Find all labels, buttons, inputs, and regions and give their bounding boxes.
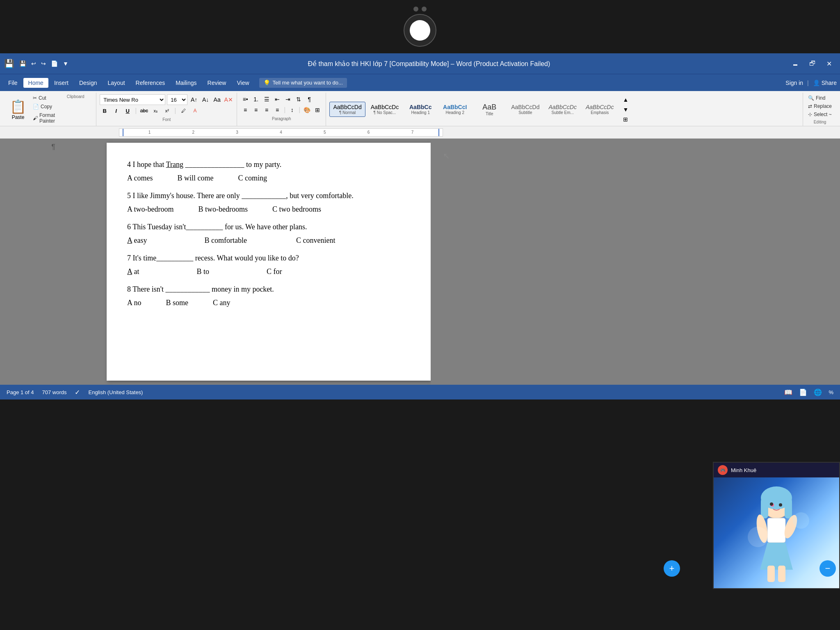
menu-layout[interactable]: Layout xyxy=(103,78,130,88)
font-size-select[interactable]: 16 xyxy=(167,94,187,105)
style-subtitle[interactable]: AaBbCcDd Subtitle xyxy=(507,102,543,117)
menu-mailings[interactable]: Mailings xyxy=(171,78,201,88)
sign-in-area: Sign in | 👤 Share xyxy=(785,80,837,86)
style-heading2[interactable]: AaBbCcI Heading 2 xyxy=(438,102,471,117)
find-label: Find xyxy=(816,95,825,101)
new-doc-btn[interactable]: 📄 xyxy=(49,59,59,68)
menu-home[interactable]: Home xyxy=(23,78,48,88)
question-4: 4 I hope that Trang ________________ to … xyxy=(127,159,410,184)
language[interactable]: English (United States) xyxy=(88,389,143,395)
q8-option-c: C any xyxy=(213,297,231,308)
subscript-btn[interactable]: x₂ xyxy=(151,106,160,116)
spelling-check-icon[interactable]: ✓ xyxy=(75,388,80,396)
document-area: ¶ 4 I hope that Trang ________________ t… xyxy=(0,139,840,385)
window-title: Đề tham khảo thi HKI lớp 7 [Compatibilit… xyxy=(70,60,788,68)
justify-btn[interactable]: ≡ xyxy=(272,105,282,115)
style-no-spacing-preview: AaBbCcDc xyxy=(371,104,399,110)
style-title-preview: AaB xyxy=(482,103,496,112)
menu-review[interactable]: Review xyxy=(203,78,231,88)
sort-btn[interactable]: ⇅ xyxy=(294,94,304,104)
replace-button[interactable]: ⇄ Replace xyxy=(806,103,833,110)
view-layout-btn[interactable]: 📄 xyxy=(799,388,807,396)
copy-button[interactable]: 📄 Copy xyxy=(31,103,57,110)
paragraph-group: ≡• 1. ☰ ⇤ ⇥ ⇅ ¶ ≡ ≡ ≡ ≡ | ↕ | 🎨 ⊞ Paragr… xyxy=(237,93,326,126)
align-left-btn[interactable]: ≡ xyxy=(240,105,250,115)
numbering-btn[interactable]: 1. xyxy=(251,94,261,104)
clear-formatting-btn[interactable]: A✕ xyxy=(224,95,233,105)
style-title[interactable]: AaB Title xyxy=(473,101,506,118)
paste-button[interactable]: 📋 Paste xyxy=(7,94,30,125)
styles-scroll-down[interactable]: ▼ xyxy=(621,105,630,114)
bold-button[interactable]: B xyxy=(100,106,110,116)
line-spacing-btn[interactable]: ↕ xyxy=(287,105,297,115)
cortana-button[interactable] xyxy=(404,14,436,47)
zoom-in-button[interactable]: + xyxy=(664,560,680,577)
view-web-btn[interactable]: 🌐 xyxy=(814,388,822,396)
overlay-avatar: 🎮 xyxy=(718,465,728,475)
menu-insert[interactable]: Insert xyxy=(49,78,73,88)
shrink-font-btn[interactable]: A↓ xyxy=(201,95,210,105)
redo-btn[interactable]: ↪ xyxy=(39,59,48,68)
bullets-btn[interactable]: ≡• xyxy=(240,94,250,104)
menu-references[interactable]: References xyxy=(131,78,170,88)
menu-view[interactable]: View xyxy=(232,78,254,88)
question-5: 5 I like Jimmy's house. There are only _… xyxy=(127,190,410,215)
editing-group-label: Editing xyxy=(806,119,833,124)
italic-button[interactable]: I xyxy=(111,106,121,116)
svg-rect-3 xyxy=(785,498,792,518)
text-highlight-btn[interactable]: 🖊 xyxy=(178,106,188,116)
left-margin-marker[interactable] xyxy=(123,129,123,136)
sign-in-btn[interactable]: Sign in xyxy=(785,80,803,86)
menu-design[interactable]: Design xyxy=(74,78,102,88)
format-painter-button[interactable]: 🖌 Format Painter xyxy=(31,112,57,125)
styles-expand[interactable]: ⊞ xyxy=(621,114,630,124)
font-color-btn[interactable]: A xyxy=(190,106,200,116)
view-read-btn[interactable]: 📖 xyxy=(784,388,792,396)
borders-btn[interactable]: ⊞ xyxy=(313,105,322,115)
style-normal[interactable]: AaBbCcDd ¶ Normal xyxy=(329,102,365,117)
customize-qa-btn[interactable]: ▼ xyxy=(61,59,70,68)
multilevel-list-btn[interactable]: ☰ xyxy=(262,94,272,104)
cut-button[interactable]: ✂ Cut xyxy=(31,94,57,102)
share-btn[interactable]: 👤 Share xyxy=(813,80,837,86)
superscript-btn[interactable]: x² xyxy=(162,106,172,116)
left-sidebar: ¶ xyxy=(0,139,107,385)
style-heading2-preview: AaBbCcI xyxy=(443,104,467,110)
close-btn[interactable]: ✕ xyxy=(822,58,836,69)
font-name-select[interactable]: Times New Ro xyxy=(100,94,165,105)
align-center-btn[interactable]: ≡ xyxy=(251,105,261,115)
style-no-spacing-label: ¶ No Spac... xyxy=(374,110,396,115)
tell-me-box[interactable]: 💡 Tell me what you want to do... xyxy=(259,78,347,88)
save-btn[interactable]: 💾 xyxy=(18,59,28,68)
style-emphasis[interactable]: AaBbCcDc Emphasis xyxy=(582,102,617,117)
menu-file[interactable]: File xyxy=(3,78,23,88)
question-6-options: A easy B comfortable C convenient xyxy=(127,235,410,246)
show-marks-btn[interactable]: ¶ xyxy=(304,94,314,104)
style-no-spacing[interactable]: AaBbCcDc ¶ No Spac... xyxy=(367,102,402,117)
right-sidebar: ↖ xyxy=(431,139,840,385)
styles-scroll-up[interactable]: ▲ xyxy=(621,95,630,105)
ruler: 1 2 3 4 5 6 7 xyxy=(0,126,840,139)
increase-indent-btn[interactable]: ⇥ xyxy=(283,94,293,104)
find-button[interactable]: 🔍 Find xyxy=(806,94,833,102)
grow-font-btn[interactable]: A↑ xyxy=(189,95,199,105)
restore-btn[interactable]: 🗗 xyxy=(805,58,820,69)
paragraph-group-label: Paragraph xyxy=(240,116,322,121)
style-heading1[interactable]: AaBbCc Heading 1 xyxy=(404,102,437,117)
decrease-indent-btn[interactable]: ⇤ xyxy=(272,94,282,104)
ruler-marks: 1 2 3 4 5 6 7 xyxy=(119,130,443,135)
align-right-btn[interactable]: ≡ xyxy=(262,105,272,115)
underline-button[interactable]: U xyxy=(123,106,132,116)
change-case-btn[interactable]: Aa xyxy=(212,95,222,105)
strikethrough-btn[interactable]: abc xyxy=(139,106,149,116)
style-subtle-em[interactable]: AaBbCcDc Subtle Em... xyxy=(545,102,580,117)
document-page[interactable]: 4 I hope that Trang ________________ to … xyxy=(107,143,431,381)
clipboard-sub-buttons: ✂ Cut 📄 Copy 🖌 Format Painter xyxy=(30,94,58,125)
shading-btn[interactable]: 🎨 xyxy=(302,105,312,115)
zoom-out-button[interactable]: − xyxy=(819,560,836,577)
page-info: Page 1 of 4 xyxy=(7,389,34,395)
select-button[interactable]: ⊹ Select ~ xyxy=(806,111,833,118)
undo-btn[interactable]: ↩ xyxy=(30,59,38,68)
minimize-btn[interactable]: 🗕 xyxy=(788,58,803,69)
right-margin-marker[interactable] xyxy=(438,129,439,136)
